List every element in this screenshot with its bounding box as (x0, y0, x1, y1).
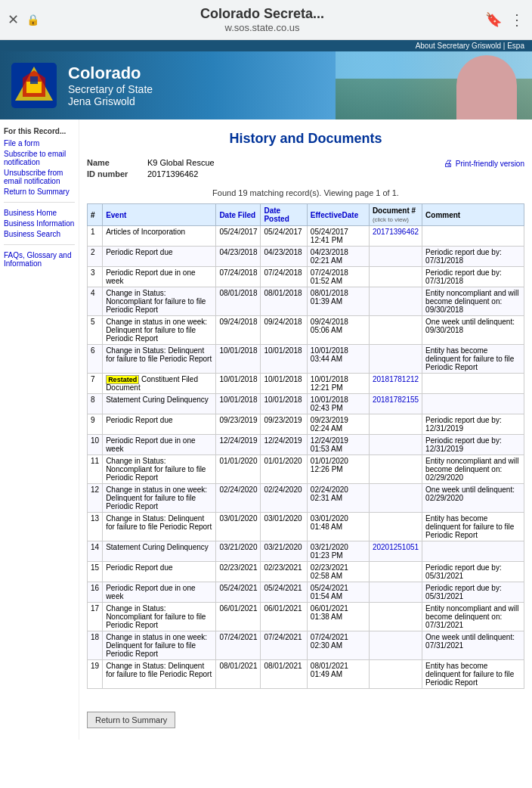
col-number: # (88, 204, 103, 226)
close-icon[interactable]: ✕ (8, 11, 19, 28)
row-date-posted: 10/01/2018 (261, 394, 307, 414)
row-date-posted: 09/24/2018 (261, 316, 307, 345)
bookmark-icon[interactable]: 🔖 (485, 11, 502, 28)
row-date-posted: 05/24/2017 (261, 226, 307, 247)
row-document-num[interactable]: 20181781212 (369, 374, 422, 394)
row-comment: Entity noncompliant and will become deli… (422, 603, 524, 631)
row-event: Change in Status: Delinquent for failure… (103, 660, 216, 689)
row-document-num (369, 345, 422, 374)
record-info: Name K9 Global Rescue ID number 20171396… (87, 158, 524, 181)
row-date-posted: 03/01/2020 (261, 513, 307, 541)
return-summary-link-sidebar[interactable]: Return to Summary (4, 188, 75, 196)
business-search-link[interactable]: Business Search (4, 230, 75, 238)
col-effective-date[interactable]: EffectiveDate (307, 204, 369, 226)
effective-date-sort-link[interactable]: EffectiveDate (311, 211, 358, 219)
col-event[interactable]: Event (103, 204, 216, 226)
document-link[interactable]: 20181781212 (373, 375, 419, 383)
row-comment (422, 394, 524, 414)
row-document-num (369, 582, 422, 603)
name-label: Name (87, 158, 140, 167)
row-document-num[interactable]: 20201251051 (369, 541, 422, 562)
unsubscribe-link[interactable]: Unsubscribe from email notification (4, 169, 75, 185)
menu-icon[interactable]: ⋮ (509, 11, 524, 29)
row-comment: Entity has become delinquent for failure… (422, 513, 524, 541)
business-info-link[interactable]: Business Information (4, 219, 75, 228)
table-row: 3Periodic Report due in one week07/24/20… (88, 267, 524, 287)
row-date-filed: 06/01/2021 (216, 603, 261, 631)
row-comment: Entity has become delinquent for failure… (422, 345, 524, 374)
return-to-summary-button[interactable]: Return to Summary (87, 712, 175, 728)
row-document-num (369, 247, 422, 267)
row-date-filed: 10/01/2018 (216, 374, 261, 394)
row-effective-date: 02/23/2021 02:58 AM (307, 562, 369, 582)
sidebar-divider1 (4, 202, 75, 203)
date-filed-sort-link[interactable]: Date Filed (219, 211, 255, 219)
print-friendly-link[interactable]: Print-friendly version (456, 160, 524, 168)
subscribe-link[interactable]: Subscribe to email notification (4, 150, 75, 166)
row-document-num (369, 267, 422, 287)
document-link[interactable]: 20201251051 (373, 543, 419, 551)
table-row: 18Change in status in one week: Delinque… (88, 631, 524, 660)
id-value: 20171396462 (147, 169, 198, 178)
row-comment: Periodic report due by: 12/31/2019 (422, 414, 524, 435)
row-date-filed: 08/01/2021 (216, 660, 261, 689)
row-comment: Entity noncompliant and will become deli… (422, 455, 524, 484)
id-label: ID number (87, 169, 140, 178)
col-date-filed[interactable]: Date Filed (216, 204, 261, 226)
row-effective-date: 07/24/2018 01:52 AM (307, 267, 369, 287)
row-effective-date: 10/01/2018 02:43 PM (307, 394, 369, 414)
row-document-num[interactable]: 20171396462 (369, 226, 422, 247)
row-date-filed: 10/01/2018 (216, 394, 261, 414)
row-comment: Entity has become delinquent for failure… (422, 660, 524, 689)
table-row: 8Statement Curing Delinquency10/01/20181… (88, 394, 524, 414)
business-home-link[interactable]: Business Home (4, 209, 75, 217)
row-comment: One week until delinquent: 07/31/2021 (422, 631, 524, 660)
table-row: 9Periodic Report due09/23/201909/23/2019… (88, 414, 524, 435)
faq-link[interactable]: FAQs, Glossary and Information (4, 251, 75, 268)
table-row: 15Periodic Report due02/23/202102/23/202… (88, 562, 524, 582)
row-date-filed: 07/24/2018 (216, 267, 261, 287)
table-row: 19Change in Status: Delinquent for failu… (88, 660, 524, 689)
header-bar: About Secretary Griswold | Espa (0, 40, 532, 51)
row-number: 14 (88, 541, 103, 562)
site-title: Colorado Secreta... (47, 6, 478, 22)
state-text: Colorado Secretary of State Jena Griswol… (68, 64, 153, 107)
row-date-filed: 08/01/2018 (216, 287, 261, 316)
row-effective-date: 08/01/2018 01:39 AM (307, 287, 369, 316)
col-date-posted[interactable]: Date Posted (261, 204, 307, 226)
row-event: Change in Status: Delinquent for failure… (103, 513, 216, 541)
svg-rect-4 (30, 76, 38, 84)
row-date-posted: 03/21/2020 (261, 541, 307, 562)
state-header: Colorado Secretary of State Jena Griswol… (0, 51, 532, 119)
row-event: Periodic Report due in one week (103, 435, 216, 455)
row-event: Change in Status: Noncompliant for failu… (103, 603, 216, 631)
print-link[interactable]: 🖨 Print-friendly version (444, 158, 524, 169)
date-posted-sort-link[interactable]: Date Posted (264, 206, 289, 223)
row-comment: Entity noncompliant and will become deli… (422, 287, 524, 316)
about-secretary-link[interactable]: About Secretary Griswold (416, 42, 501, 50)
row-document-num[interactable]: 20181782155 (369, 394, 422, 414)
header-photo (336, 51, 532, 119)
file-form-link[interactable]: File a form (4, 139, 75, 147)
document-link[interactable]: 20181782155 (373, 396, 419, 404)
row-date-posted: 10/01/2018 (261, 374, 307, 394)
espanol-link[interactable]: Espa (507, 42, 524, 50)
print-icon: 🖨 (444, 158, 453, 169)
sidebar-for-this-record-title: For this Record... (4, 127, 75, 135)
row-event: Change in Status: Noncompliant for failu… (103, 287, 216, 316)
row-number: 7 (88, 374, 103, 394)
row-number: 15 (88, 562, 103, 582)
row-number: 8 (88, 394, 103, 414)
col-document: Document # (click to view) (369, 204, 422, 226)
row-date-posted: 12/24/2019 (261, 435, 307, 455)
document-link[interactable]: 20171396462 (373, 228, 419, 236)
row-date-filed: 04/23/2018 (216, 247, 261, 267)
name-row: Name K9 Global Rescue (87, 158, 215, 167)
row-comment: One week until delinquent: 02/29/2020 (422, 484, 524, 513)
row-document-num (369, 513, 422, 541)
secretary-title: Secretary of State (68, 83, 153, 95)
row-number: 2 (88, 247, 103, 267)
record-count: Found 19 matching record(s). Viewing pag… (87, 188, 524, 197)
row-event: Periodic Report due in one week (103, 267, 216, 287)
event-sort-link[interactable]: Event (106, 211, 126, 219)
